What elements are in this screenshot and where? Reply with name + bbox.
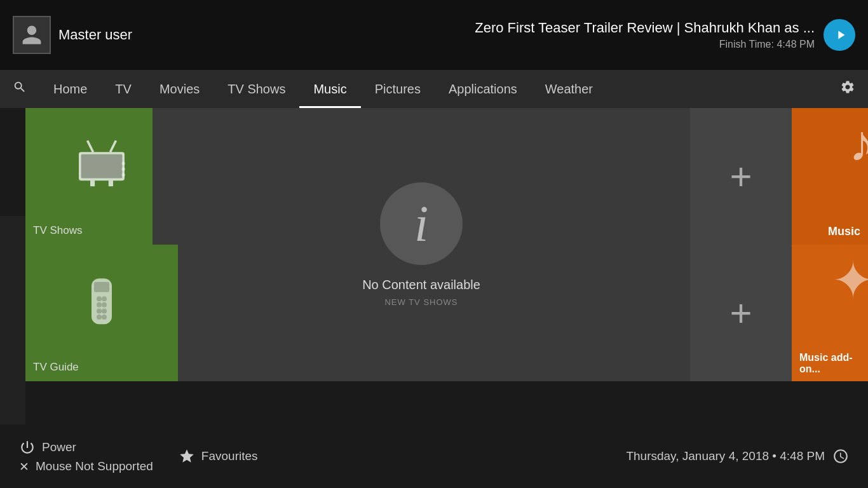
music-note-icon: ♪ <box>849 114 868 173</box>
username: Master user <box>58 27 132 43</box>
search-icon[interactable] <box>13 80 27 98</box>
mouse-not-supported-label: Mouse Not Supported <box>36 459 153 473</box>
tile-info-panel: i No Content available NEW TV SHOWS <box>153 108 690 381</box>
play-button[interactable] <box>824 19 855 51</box>
tile-add-2[interactable]: + <box>690 245 792 381</box>
main-content: TV Shows 0 i No Content available NEW TV… <box>0 108 868 381</box>
no-content-label: No Content available <box>362 278 480 292</box>
footer-left: Power ✕ Mouse Not Supported <box>19 439 153 474</box>
nav-home[interactable]: Home <box>39 70 101 108</box>
svg-point-18 <box>102 315 107 320</box>
svg-point-17 <box>97 315 102 320</box>
tv-shows-label: TV Shows <box>33 224 82 237</box>
tile-music-addon[interactable]: ✦ Music add-on... <box>792 245 868 381</box>
now-playing: Zero First Teaser Trailer Review | Shahr… <box>475 19 855 51</box>
svg-rect-5 <box>109 180 113 186</box>
svg-point-14 <box>102 302 107 307</box>
svg-point-6 <box>122 161 125 165</box>
mouse-not-supported-indicator: ✕ Mouse Not Supported <box>19 459 153 474</box>
svg-line-2 <box>88 140 93 152</box>
tv-guide-icon <box>76 276 127 329</box>
svg-point-12 <box>102 296 107 301</box>
tv-shows-icon <box>73 135 130 194</box>
svg-point-8 <box>122 173 125 176</box>
nav-pictures[interactable]: Pictures <box>361 70 435 108</box>
tile-music[interactable]: ♪ Music <box>792 108 868 245</box>
avatar <box>13 16 51 54</box>
nav-tv[interactable]: TV <box>101 70 146 108</box>
nav-music[interactable]: Music <box>299 70 360 108</box>
nav-applications[interactable]: Applications <box>435 70 531 108</box>
nav-weather[interactable]: Weather <box>531 70 607 108</box>
svg-rect-10 <box>94 281 109 292</box>
tile-add-1[interactable]: + <box>690 108 792 245</box>
footer-datetime: Thursday, January 4, 2018 • 4:48 PM <box>626 448 849 464</box>
favourites-label: Favourites <box>201 449 258 463</box>
tv-guide-label: TV Guide <box>33 361 79 374</box>
music-label: Music <box>828 225 860 238</box>
svg-point-7 <box>122 167 125 170</box>
power-label: Power <box>42 440 76 454</box>
svg-point-16 <box>102 308 107 313</box>
nav-tv-shows[interactable]: TV Shows <box>214 70 299 108</box>
navigation: Home TV Movies TV Shows Music Pictures A… <box>0 70 868 108</box>
svg-point-15 <box>97 308 102 313</box>
svg-point-13 <box>97 302 102 307</box>
new-tv-shows-label: NEW TV SHOWS <box>384 297 458 307</box>
svg-point-11 <box>97 296 102 301</box>
svg-rect-4 <box>90 180 95 186</box>
footer: Power ✕ Mouse Not Supported Favourites T… <box>0 424 868 488</box>
music-addon-label: Music add-on... <box>799 352 860 375</box>
favourites-button[interactable]: Favourites <box>179 448 258 464</box>
add-icon-2: + <box>729 294 752 332</box>
x-icon: ✕ <box>19 459 29 474</box>
tile-tv-guide[interactable]: TV Guide <box>25 245 178 381</box>
tv-shows-label-row: TV Shows 0 <box>33 224 170 237</box>
datetime-text: Thursday, January 4, 2018 • 4:48 PM <box>626 449 825 463</box>
nav-movies[interactable]: Movies <box>146 70 214 108</box>
now-playing-title: Zero First Teaser Trailer Review | Shahr… <box>475 20 815 36</box>
svg-line-3 <box>111 140 116 152</box>
finish-time: Finish Time: 4:48 PM <box>475 39 815 50</box>
user-section: Master user <box>13 16 132 54</box>
header: Master user Zero First Teaser Trailer Re… <box>0 0 868 70</box>
power-button[interactable]: Power <box>19 439 153 456</box>
svg-rect-1 <box>81 154 123 178</box>
add-icon-1: + <box>729 158 752 196</box>
puzzle-icon: ✦ <box>832 251 868 310</box>
info-icon: i <box>380 182 463 265</box>
settings-icon[interactable] <box>840 79 855 98</box>
